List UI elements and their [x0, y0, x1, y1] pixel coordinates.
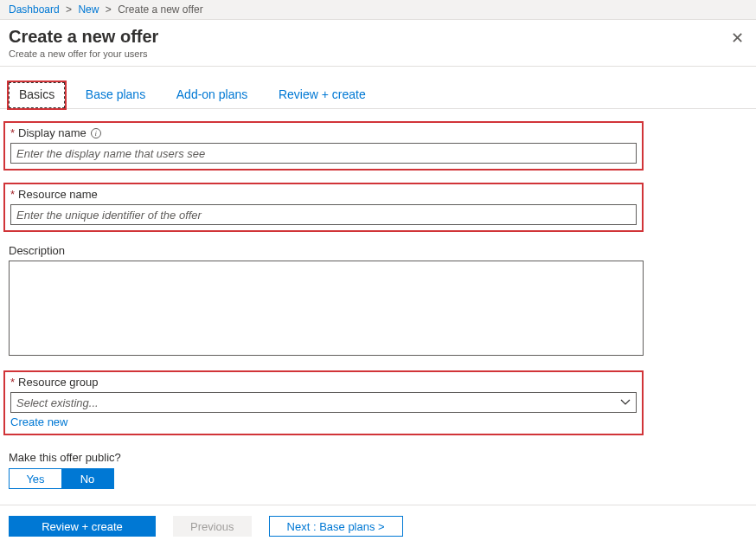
close-icon: ✕ [731, 29, 744, 47]
public-toggle: Yes No [9, 468, 114, 489]
field-display-name: * Display name i [3, 121, 644, 171]
toggle-yes[interactable]: Yes [10, 469, 61, 488]
make-public-label: Make this offer public? [9, 451, 747, 464]
page-header: Create a new offer Create a new offer fo… [0, 20, 756, 67]
page-title: Create a new offer [9, 27, 747, 47]
field-description: Description [9, 244, 644, 358]
close-button[interactable]: ✕ [731, 29, 744, 48]
tab-basics[interactable]: Basics [9, 82, 65, 108]
tab-base-plans[interactable]: Base plans [75, 82, 156, 108]
display-name-input[interactable] [10, 143, 637, 164]
chevron-down-icon [620, 396, 631, 409]
tab-review-create[interactable]: Review + create [268, 82, 376, 108]
breadcrumb: Dashboard > New > Create a new offer [0, 0, 756, 20]
chevron-right-icon: > [66, 3, 72, 16]
footer-actions: Review + create Previous Next : Base pla… [0, 505, 756, 547]
required-indicator: * [10, 188, 15, 201]
resource-name-label: * Resource name [10, 188, 637, 201]
field-resource-group: * Resource group Select existing... Crea… [3, 370, 644, 435]
previous-button: Previous [173, 516, 252, 537]
breadcrumb-current: Create a new offer [118, 3, 203, 16]
required-indicator: * [10, 126, 15, 139]
tab-addon-plans[interactable]: Add-on plans [166, 82, 259, 108]
description-input[interactable] [9, 261, 644, 356]
breadcrumb-item-new[interactable]: New [78, 3, 99, 16]
chevron-right-icon: > [106, 3, 112, 16]
field-make-public: Make this offer public? Yes No [9, 451, 747, 489]
required-indicator: * [10, 376, 15, 389]
resource-group-placeholder: Select existing... [16, 396, 99, 409]
display-name-label: * Display name i [10, 126, 637, 139]
resource-name-input[interactable] [10, 204, 637, 225]
toggle-no[interactable]: No [61, 469, 113, 488]
page-subtitle: Create a new offer for your users [9, 48, 747, 59]
info-icon[interactable]: i [91, 128, 101, 138]
resource-group-label: * Resource group [10, 376, 637, 389]
tab-bar: Basics Base plans Add-on plans Review + … [0, 67, 756, 109]
description-label: Description [9, 244, 644, 257]
breadcrumb-item-dashboard[interactable]: Dashboard [9, 3, 60, 16]
review-create-button[interactable]: Review + create [9, 516, 156, 537]
field-resource-name: * Resource name [3, 183, 644, 232]
form-basics: * Display name i * Resource name Descrip… [0, 109, 756, 498]
create-new-link[interactable]: Create new [10, 415, 67, 428]
next-button[interactable]: Next : Base plans > [269, 516, 403, 537]
resource-group-select[interactable]: Select existing... [10, 392, 637, 413]
